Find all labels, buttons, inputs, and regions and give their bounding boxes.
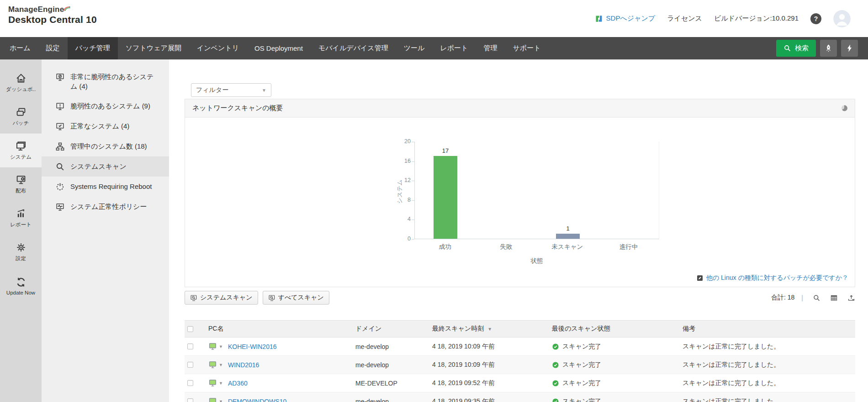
remarks-cell: スキャンは正常に完了しました。 [679, 379, 855, 387]
sdp-jump-link[interactable]: SDPへジャンプ [594, 14, 656, 23]
rail-item[interactable]: ダッシュボ.. [0, 66, 42, 100]
nav-item[interactable]: 設定 [38, 37, 68, 59]
chart-x-axis-label: 状態 [414, 257, 659, 265]
widget-menu-icon[interactable] [842, 105, 847, 111]
bar-value-label: 17 [434, 147, 457, 154]
chart-plot-area: 17 1 [414, 142, 659, 239]
rail-item[interactable]: システム [0, 134, 42, 167]
sidebar-item[interactable]: 管理中のシステム数 (18) [42, 136, 169, 156]
column-header[interactable]: PC名 [201, 325, 352, 333]
sidebar-item[interactable]: システムスキャン [42, 156, 169, 177]
rail-item[interactable]: レポート [0, 201, 42, 235]
sidebar-item[interactable]: 脆弱性のあるシステム (9) [42, 96, 169, 116]
brand-logo: ManageEngine Desktop Central 10 [8, 5, 97, 25]
rail-item[interactable]: 設定 [0, 235, 42, 269]
help-icon[interactable]: ? [810, 13, 821, 24]
user-avatar[interactable] [833, 10, 851, 27]
column-grid-icon[interactable] [830, 294, 838, 302]
main-nav: ホーム設定パッチ管理ソフトウェア展開インベントリOS Deploymentモバイ… [0, 37, 868, 59]
column-header[interactable]: ドメイン [352, 325, 429, 333]
sidebar-item[interactable]: システム正常性ポリシー [42, 197, 169, 217]
sidebar-item[interactable]: 正常なシステム (4) [42, 116, 169, 136]
sort-desc-icon[interactable]: ▼ [487, 327, 492, 332]
rocket-icon [824, 44, 833, 53]
monitor-warning-icon [55, 102, 65, 111]
row-checkbox[interactable] [187, 398, 193, 402]
manageengine-swoosh-icon [63, 5, 71, 11]
bar-value-label: 1 [556, 225, 580, 232]
chart-bar[interactable] [434, 156, 457, 239]
getting-started-button[interactable] [820, 40, 837, 57]
nav-item[interactable]: レポート [432, 37, 476, 59]
check-circle-icon [552, 380, 559, 387]
nav-item[interactable]: ソフトウェア展開 [118, 37, 189, 59]
export-icon[interactable] [847, 294, 855, 302]
row-checkbox[interactable] [187, 362, 193, 368]
nav-item[interactable]: ホーム [2, 37, 38, 59]
nav-item[interactable]: モバイルデバイス管理 [311, 37, 396, 59]
check-circle-icon [552, 343, 559, 350]
check-circle-icon [552, 361, 559, 369]
table-row[interactable]: ▼AD360 ME-DEVELOP 4 18, 2019 09:52 午前 スキ… [185, 374, 855, 392]
last-scan-time-cell: 4 18, 2019 10:09 午前 [429, 361, 548, 369]
computer-actions-caret-icon[interactable]: ▼ [219, 381, 223, 386]
license-link[interactable]: ライセンス [667, 14, 702, 23]
scan-status-bar-chart: システム0 4 8 12 16 20 17 1成功失敗未スキャン進行中状態 [386, 142, 706, 279]
module-rail: ダッシュボ.. パッチ システム 配布 レポート 設定 Update Now [0, 59, 42, 402]
search-button[interactable]: 検索 [776, 40, 816, 57]
table-row[interactable]: ▼WIND2016 me-develop 4 18, 2019 10:09 午前… [185, 356, 855, 374]
linux-patch-link[interactable]: 他の Linux の種類に対するパッチが必要ですか？ [696, 274, 848, 282]
last-scan-time-cell: 4 18, 2019 09:52 午前 [429, 379, 548, 387]
monitor-ban-icon [55, 72, 65, 82]
scan-monitor-icon [190, 294, 198, 302]
scan-status-cell: スキャン完了 [548, 379, 679, 387]
select-all-checkbox[interactable] [187, 326, 193, 332]
y-tick-label: 12 [394, 177, 411, 183]
systems-icon [16, 140, 26, 151]
nav-item[interactable]: パッチ管理 [68, 37, 118, 59]
panel-title: ネットワークスキャンの概要 [192, 104, 842, 113]
y-tick-label: 4 [394, 216, 411, 222]
last-scan-time-cell: 4 18, 2019 09:35 午前 [429, 397, 548, 402]
nav-item[interactable]: サポート [505, 37, 548, 59]
rail-item[interactable]: 配布 [0, 167, 42, 201]
table-row[interactable]: ▼DEMOWINDOWS10 me-develop 4 18, 2019 09:… [185, 392, 855, 402]
rail-item[interactable]: Update Now [0, 269, 42, 303]
filter-dropdown[interactable]: フィルター ▼ [191, 83, 271, 97]
remarks-cell: スキャンは正常に完了しました。 [679, 397, 855, 402]
pc-name-link[interactable]: WIND2016 [228, 361, 259, 369]
computer-icon [208, 342, 217, 351]
table-search-icon[interactable] [813, 294, 820, 302]
pc-name-link[interactable]: AD360 [228, 380, 248, 387]
table-row[interactable]: ▼KOHEI-WIN2016 me-develop 4 18, 2019 10:… [185, 338, 855, 356]
chart-bar[interactable] [556, 234, 580, 239]
table-toolbar: システムスキャン すべてスキャン 合計: 18 | [185, 291, 855, 305]
x-category-label: 成功 [418, 243, 472, 251]
computer-icon [208, 397, 217, 402]
sidebar-item[interactable]: Systems Requiring Reboot [42, 177, 169, 197]
sidebar-item[interactable]: 非常に脆弱性のあるシステム (4) [42, 67, 169, 96]
reports-icon [16, 208, 26, 219]
quick-actions-button[interactable] [841, 40, 858, 57]
computer-actions-caret-icon[interactable]: ▼ [219, 363, 223, 367]
column-header[interactable]: 備考 [679, 325, 855, 333]
nav-item[interactable]: 管理 [476, 37, 505, 59]
pc-name-link[interactable]: DEMOWINDOWS10 [228, 398, 286, 402]
pc-name-link[interactable]: KOHEI-WIN2016 [228, 343, 277, 350]
column-header[interactable]: 最後のスキャン状態 [548, 325, 679, 333]
system-scan-button[interactable]: システムスキャン [185, 291, 258, 305]
computer-actions-caret-icon[interactable]: ▼ [219, 399, 223, 402]
scan-all-button[interactable]: すべてスキャン [263, 291, 329, 305]
nav-item[interactable]: ツール [396, 37, 433, 59]
row-checkbox[interactable] [187, 380, 193, 386]
computer-actions-caret-icon[interactable]: ▼ [219, 344, 223, 349]
column-header[interactable]: 最終スキャン時刻▼ [429, 325, 548, 333]
nav-item[interactable]: OS Deployment [247, 37, 311, 59]
rail-item[interactable]: パッチ [0, 100, 42, 134]
row-checkbox[interactable] [187, 343, 193, 349]
brand-manageengine: ManageEngine [8, 5, 64, 14]
patch-icon [16, 107, 26, 118]
nav-item[interactable]: インベントリ [189, 37, 247, 59]
chevron-down-icon: ▼ [262, 88, 266, 93]
health-policy-icon [55, 202, 65, 212]
